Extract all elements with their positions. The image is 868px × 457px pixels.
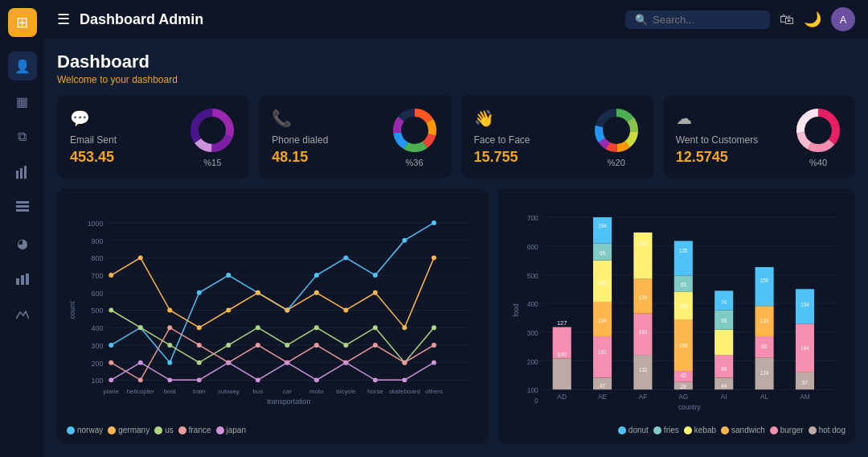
svg-text:AI: AI (721, 393, 727, 401)
svg-point-85 (314, 325, 319, 330)
search-input[interactable] (653, 14, 760, 26)
svg-text:82: 82 (762, 344, 768, 349)
svg-point-70 (226, 308, 231, 313)
legend-fries: fries (653, 426, 679, 434)
svg-point-62 (343, 255, 348, 260)
legend-norway: norway (67, 426, 103, 434)
svg-text:400: 400 (92, 324, 104, 332)
svg-rect-8 (26, 274, 29, 285)
svg-text:160: 160 (598, 280, 607, 286)
sidebar-item-table[interactable] (8, 193, 37, 222)
svg-point-90 (108, 360, 113, 365)
line-chart-svg: 1000 900 800 700 600 500 400 300 200 100 (67, 198, 479, 422)
svg-text:helicopter: helicopter (127, 388, 155, 395)
legend-label-germany: germany (118, 426, 149, 434)
svg-rect-147 (593, 336, 612, 377)
stat-card-customers: ☁ Went to Customers 12.5745 % (663, 95, 855, 179)
sidebar-item-users[interactable]: 👤 (8, 51, 37, 80)
svg-point-93 (197, 343, 202, 348)
menu-button[interactable]: ☰ (57, 10, 70, 28)
svg-point-80 (167, 343, 172, 348)
stat-phone-value: 48.15 (272, 149, 328, 166)
stat-face-value: 15.755 (474, 149, 530, 166)
svg-point-91 (138, 377, 143, 382)
svg-point-89 (432, 325, 436, 330)
svg-text:180: 180 (639, 241, 648, 246)
legend-label-sandwich: sandwich (731, 426, 765, 434)
line-chart-card: 1000 900 800 700 600 500 400 300 200 100 (57, 188, 489, 444)
stat-card-email: 💬 Email Sent 453.45 %15 (57, 95, 249, 179)
svg-text:others: others (425, 388, 443, 395)
line-us (111, 311, 434, 363)
sidebar-item-pie-chart[interactable]: ◕ (8, 228, 37, 257)
svg-point-54 (108, 343, 113, 348)
svg-text:300: 300 (92, 342, 104, 350)
stat-face-label: Face to Face (474, 134, 530, 146)
legend-label-france: france (189, 426, 211, 434)
stat-email-chart: %15 (188, 106, 236, 167)
svg-text:bicycle: bicycle (336, 388, 356, 395)
svg-text:700: 700 (92, 272, 104, 280)
sidebar-item-dashboard[interactable]: ▦ (8, 87, 37, 116)
email-icon: 💬 (70, 109, 117, 128)
main-area: ☰ Dashboard Admin 🔍 🛍 🌙 A Dashboard Welc… (44, 0, 868, 457)
svg-text:67: 67 (802, 380, 808, 385)
donut-customers (794, 106, 842, 154)
app-title: Dashboard Admin (80, 11, 616, 28)
svg-text:500: 500 (92, 307, 104, 315)
bar-chart-legend: donut fries kebab sandwich (508, 426, 845, 434)
svg-point-68 (167, 308, 172, 313)
svg-text:bus: bus (252, 388, 263, 395)
donut-phone-svg (391, 106, 439, 154)
stat-phone-left: 📞 Phone dialed 48.15 (272, 109, 328, 166)
legend-label-burger: burger (780, 426, 804, 434)
svg-rect-4 (16, 205, 29, 208)
svg-text:skateboard: skateboard (389, 388, 420, 395)
sidebar: ⊞ 👤 ▦ ⧉ ◕ (0, 0, 44, 457)
avatar[interactable]: A (831, 7, 855, 31)
svg-point-111 (373, 377, 378, 382)
stat-customers-chart: %40 (794, 106, 842, 167)
bar-y-axis-label: food (512, 303, 520, 317)
sidebar-item-mountain[interactable] (8, 299, 37, 328)
search-icon: 🔍 (635, 14, 648, 26)
sidebar-item-layers[interactable]: ⧉ (8, 122, 37, 151)
sidebar-logo[interactable]: ⊞ (8, 8, 37, 37)
bar-AE: 194 66 160 134 161 47 AE (593, 217, 612, 401)
bar-chart-card: 700 600 500 400 300 200 100 0 food (498, 188, 855, 444)
legend-sandwich: sandwich (721, 426, 765, 434)
svg-text:198: 198 (679, 343, 688, 348)
svg-text:AM: AM (800, 393, 810, 401)
svg-text:boat: boat (164, 388, 177, 395)
svg-point-71 (256, 290, 260, 295)
svg-text:AL: AL (760, 393, 769, 401)
svg-point-66 (108, 273, 113, 278)
moon-icon[interactable]: 🌙 (804, 10, 821, 28)
legend-label-kebab: kebab (694, 426, 716, 434)
search-bar[interactable]: 🔍 (625, 10, 770, 29)
svg-point-63 (373, 273, 378, 278)
svg-text:47: 47 (600, 383, 605, 389)
stat-email-left: 💬 Email Sent 453.45 (70, 109, 117, 166)
stat-email-pct: %15 (203, 158, 221, 167)
svg-point-99 (373, 343, 378, 348)
svg-point-112 (402, 377, 407, 382)
svg-point-97 (314, 343, 319, 348)
svg-text:plane: plane (104, 388, 120, 395)
svg-point-77 (432, 255, 436, 260)
stat-phone-label: Phone dialed (272, 134, 328, 146)
sidebar-item-bar-chart[interactable] (8, 158, 37, 187)
sidebar-item-bar2[interactable] (8, 264, 37, 293)
svg-point-86 (343, 343, 348, 348)
svg-text:1000: 1000 (88, 220, 104, 228)
stat-phone-chart: %36 (391, 106, 439, 167)
legend-donut: donut (618, 426, 649, 434)
legend-label-japan: japan (227, 426, 246, 434)
svg-point-57 (197, 290, 202, 295)
stat-customers-left: ☁ Went to Customers 12.5745 (676, 109, 758, 166)
bag-icon[interactable]: 🛍 (780, 11, 794, 28)
legend-label-us: us (165, 426, 174, 434)
svg-text:800: 800 (92, 254, 104, 262)
page-header: Dashboard Welcome to your dashboard (57, 51, 855, 85)
svg-rect-173 (674, 241, 693, 275)
